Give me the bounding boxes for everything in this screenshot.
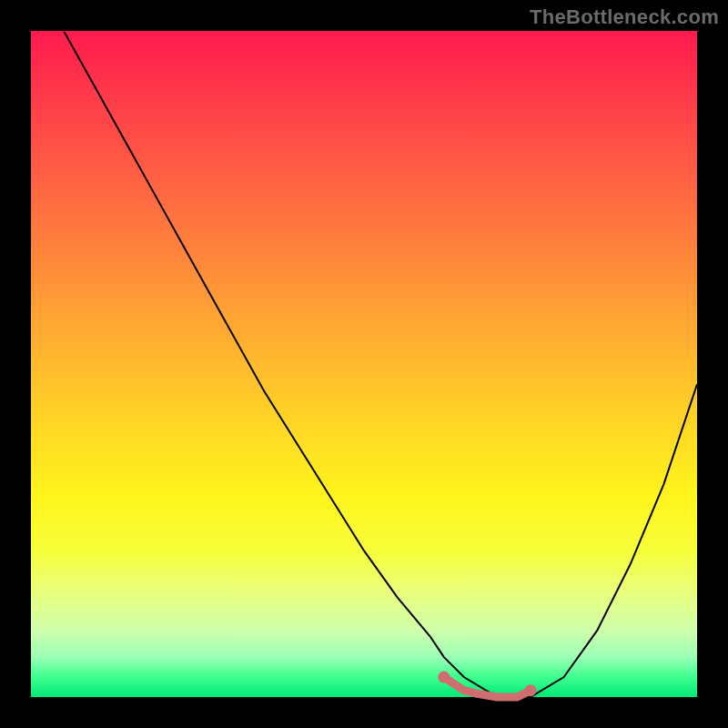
- chart-plot-area: [31, 31, 697, 697]
- minimum-plateau-endpoint-left: [438, 672, 450, 683]
- chart-frame: TheBottleneck.com: [0, 0, 728, 728]
- minimum-plateau-endpoint-right: [525, 684, 537, 696]
- bottleneck-curve: [65, 32, 697, 697]
- watermark: TheBottleneck.com: [530, 5, 719, 29]
- minimum-plateau-band: [444, 677, 531, 697]
- chart-svg: [31, 31, 697, 697]
